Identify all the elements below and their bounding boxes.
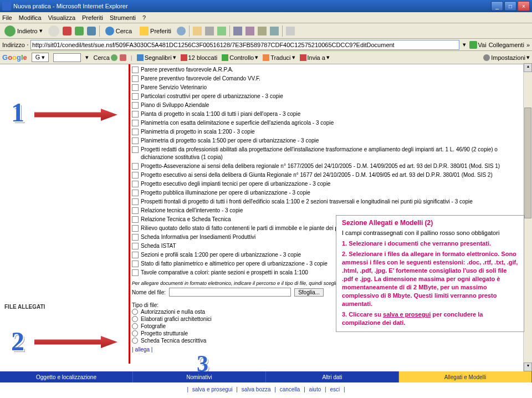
google-search-button[interactable]: Cerca [93, 54, 126, 61]
bookmark-icon [137, 54, 144, 61]
scroll-down-button[interactable]: ▾ [524, 363, 532, 371]
google-brand-btn[interactable]: G ▾ [32, 53, 49, 62]
checkbox[interactable] [132, 172, 139, 178]
menu-edit[interactable]: Modifica [19, 14, 42, 21]
checkbox-label: Scheda Informativa per Insediamenti Prod… [141, 233, 255, 241]
refresh-icon[interactable] [75, 27, 84, 35]
back-button[interactable]: Indietro ▾ [2, 24, 45, 38]
scroll-thumb[interactable] [524, 108, 531, 218]
google-bookmarks[interactable]: Segnalibri▾ [137, 54, 176, 61]
checkbox-label: Planimetria di progetto scala 1:500 per … [141, 137, 319, 145]
checkbox[interactable] [132, 137, 139, 144]
checkbox[interactable] [132, 163, 139, 170]
stop-icon[interactable] [63, 27, 71, 35]
checkbox[interactable] [132, 181, 139, 187]
menu-view[interactable]: Visualizza [48, 14, 75, 21]
checkbox[interactable] [132, 129, 139, 135]
browse-button[interactable]: Sfoglia... [294, 288, 324, 297]
tab-oggetto[interactable]: Oggetto e localizzazione [0, 371, 133, 382]
tab-nominativi[interactable]: Nominativi [133, 371, 266, 382]
checkbox-row: Parere Servizio Veterinario [132, 83, 526, 92]
checkbox[interactable] [132, 234, 139, 241]
radio-button[interactable] [132, 323, 138, 329]
checkbox-row: Progetto-Asseverazione ai sensi della de… [132, 162, 526, 171]
checkbox-row: Progetti redatti da professionisti abili… [132, 145, 526, 162]
link-esci[interactable]: esci [328, 386, 342, 392]
favorites-button[interactable]: Preferiti [137, 25, 173, 37]
radio-button[interactable] [132, 330, 138, 336]
checkbox[interactable] [132, 225, 139, 232]
radio-button[interactable] [132, 338, 138, 344]
checkbox-row: Piano di Sviluppo Aziendale [132, 101, 526, 110]
checkbox[interactable] [132, 75, 139, 82]
checkbox[interactable] [132, 252, 139, 258]
checkbox[interactable] [132, 198, 139, 205]
checkbox[interactable] [132, 93, 139, 100]
home-icon[interactable] [87, 27, 96, 35]
tool-icon-1[interactable] [233, 27, 242, 35]
google-translate[interactable]: Traduci▾ [263, 54, 295, 61]
checkbox[interactable] [132, 146, 139, 153]
checkbox[interactable] [132, 102, 139, 109]
close-button[interactable]: × [518, 1, 530, 11]
menu-file[interactable]: File [2, 14, 12, 21]
send-icon [300, 54, 306, 61]
link-aiuto[interactable]: aiuto [307, 386, 324, 392]
scroll-up-button[interactable]: ▴ [524, 63, 532, 72]
checkbox[interactable] [132, 269, 139, 276]
attach-link[interactable]: | allega | [132, 346, 526, 353]
go-icon [469, 41, 477, 49]
checkbox-label: Planimetria di progetto in scala 1:200 -… [141, 128, 255, 136]
checkbox-label: Progetto pubblica illuminazione per oper… [141, 189, 310, 197]
vertical-scrollbar[interactable]: ▴ ▾ [523, 63, 532, 371]
checkbox[interactable] [132, 84, 139, 91]
tool-icon-4[interactable] [270, 27, 279, 35]
checkbox-row: Planimetria di progetto in scala 1:200 -… [132, 127, 526, 136]
history-icon[interactable] [177, 27, 186, 35]
checkbox[interactable] [132, 190, 139, 196]
checkbox-row: Particolari costruttivi per opere di urb… [132, 92, 526, 101]
link-cancella[interactable]: cancella [278, 386, 303, 392]
print-icon[interactable] [205, 27, 214, 35]
google-settings[interactable]: Impostazioni▾ [483, 54, 530, 61]
search-button[interactable]: Cerca [103, 25, 134, 37]
google-check[interactable]: Controllo▾ [222, 54, 258, 61]
bottom-action-links: | salva e prosegui | salva bozza | cance… [0, 386, 532, 392]
tool-icon-2[interactable] [245, 27, 254, 35]
checkbox[interactable] [132, 216, 139, 223]
address-input[interactable] [30, 40, 459, 50]
tool-icon-3[interactable] [258, 27, 267, 35]
radio-button[interactable] [132, 309, 138, 315]
infobox-point-2: 2. Selezionare i files da allegare in fo… [342, 250, 518, 308]
menu-tools[interactable]: Strumenti [110, 14, 136, 21]
checkbox-label: Tavole comparative a colori: piante sezi… [141, 269, 308, 277]
checkbox[interactable] [132, 243, 139, 249]
tab-altri-dati[interactable]: Altri dati [266, 371, 399, 382]
checkbox[interactable] [132, 207, 139, 214]
google-send[interactable]: Invia a▾ [300, 54, 330, 61]
links-label[interactable]: Collegamenti [489, 42, 524, 48]
tool-icon-5[interactable] [286, 27, 295, 35]
mail-icon[interactable] [193, 27, 202, 35]
menu-favorites[interactable]: Preferiti [82, 14, 103, 21]
link-salva-prosegui[interactable]: salva e prosegui [190, 386, 235, 392]
filename-input[interactable] [169, 288, 291, 297]
checkbox[interactable] [132, 67, 139, 73]
checkbox-label: Rilievo quotato dello stato di fatto con… [141, 224, 346, 232]
checkbox-row: Progetto esecutivo ai sensi della delibe… [132, 171, 526, 180]
go-button[interactable]: Vai [469, 41, 487, 49]
google-search-input[interactable] [53, 53, 81, 62]
checkbox[interactable] [132, 120, 139, 126]
radio-button[interactable] [132, 316, 138, 322]
checkbox[interactable] [132, 111, 139, 118]
google-blocked[interactable]: 12 bloccati [181, 54, 218, 61]
tab-allegati[interactable]: Allegati e Modelli [399, 371, 532, 382]
menu-help[interactable]: ? [142, 14, 146, 21]
bottom-tabs: Oggetto e localizzazione Nominativi Altr… [0, 371, 532, 382]
edit-icon[interactable] [217, 27, 226, 35]
checkbox[interactable] [132, 261, 139, 267]
link-salva-bozza[interactable]: salva bozza [239, 386, 273, 392]
forward-button[interactable] [48, 25, 59, 37]
minimize-button[interactable]: _ [491, 1, 503, 11]
maximize-button[interactable]: □ [504, 1, 516, 11]
